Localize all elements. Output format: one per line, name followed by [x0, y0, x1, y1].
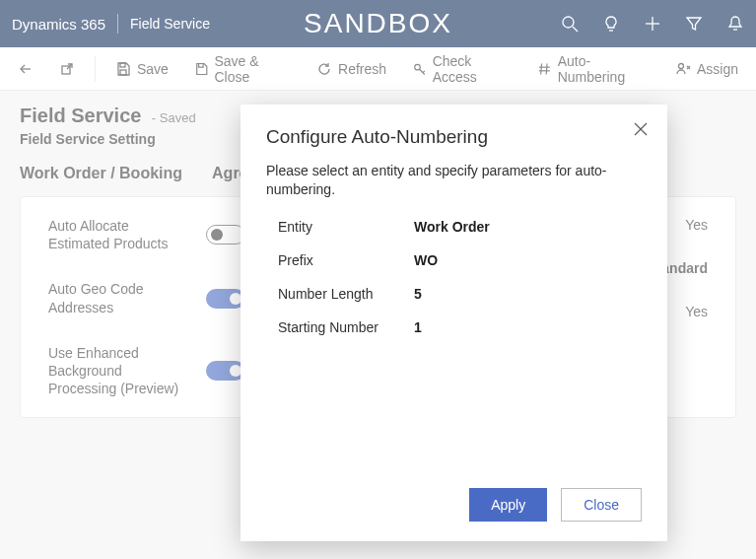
prefix-label: Prefix — [266, 252, 414, 268]
length-label: Number Length — [266, 286, 414, 302]
dialog-field-start: Starting Number 1 — [266, 319, 642, 335]
close-button[interactable]: Close — [561, 488, 642, 522]
length-value[interactable]: 5 — [414, 286, 422, 302]
close-icon — [634, 122, 648, 136]
start-value[interactable]: 1 — [414, 319, 422, 335]
prefix-value[interactable]: WO — [414, 252, 438, 268]
entity-label: Entity — [266, 219, 414, 235]
dialog-field-length: Number Length 5 — [266, 286, 642, 302]
dialog-description: Please select an entity and specify para… — [266, 162, 642, 199]
dialog-title: Configure Auto-Numbering — [266, 126, 642, 148]
start-label: Starting Number — [266, 319, 414, 335]
entity-value[interactable]: Work Order — [414, 219, 490, 235]
dialog-close-button[interactable] — [634, 122, 648, 140]
apply-button[interactable]: Apply — [469, 488, 547, 522]
dialog-field-prefix: Prefix WO — [266, 252, 642, 268]
dialog-field-entity: Entity Work Order — [266, 219, 642, 235]
auto-numbering-dialog: Configure Auto-Numbering Please select a… — [241, 105, 667, 541]
